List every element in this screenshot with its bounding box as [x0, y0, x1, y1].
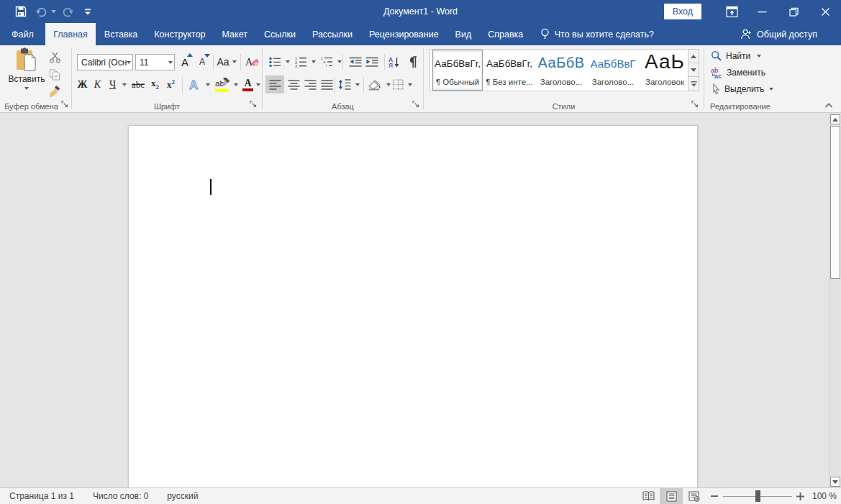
- bold-button[interactable]: Ж: [75, 75, 90, 93]
- scroll-down-button[interactable]: [830, 477, 840, 487]
- clipboard-dialog-launcher[interactable]: [61, 100, 71, 110]
- tab-design[interactable]: Конструктор: [146, 23, 214, 45]
- zoom-slider[interactable]: [723, 488, 792, 504]
- svg-text:3: 3: [295, 64, 297, 68]
- show-marks-button[interactable]: [404, 52, 420, 71]
- align-center-button[interactable]: [285, 75, 302, 93]
- redo-icon[interactable]: [57, 0, 78, 23]
- tab-mailings[interactable]: Рассылки: [304, 23, 360, 45]
- font-color-dropdown[interactable]: [255, 75, 262, 93]
- styles-more-button[interactable]: [688, 76, 699, 91]
- svg-text:i: i: [326, 63, 327, 68]
- align-left-button[interactable]: [265, 75, 284, 93]
- vertical-scrollbar[interactable]: [829, 114, 840, 487]
- align-left-icon: [269, 80, 281, 90]
- qat-customize-icon[interactable]: [78, 0, 97, 23]
- replace-button[interactable]: abac Заменить: [711, 67, 765, 78]
- style-card-3[interactable]: АаБбВвГЗаголово...: [588, 50, 638, 91]
- tab-help[interactable]: Справка: [480, 23, 532, 45]
- sort-icon: АЯ: [388, 56, 400, 68]
- sort-button[interactable]: АЯ: [386, 52, 402, 71]
- undo-dropdown-arrow[interactable]: [50, 0, 57, 23]
- language-indicator[interactable]: русский: [158, 491, 207, 501]
- tab-layout[interactable]: Макет: [214, 23, 255, 45]
- text-effects-button[interactable]: A: [185, 75, 204, 93]
- tab-view[interactable]: Вид: [447, 23, 480, 45]
- style-card-0[interactable]: АаБбВвГг,¶ Обычный: [432, 50, 483, 91]
- paragraph-dialog-launcher[interactable]: [412, 100, 422, 110]
- shading-button[interactable]: [365, 75, 384, 93]
- strikethrough-button[interactable]: abc: [129, 75, 147, 93]
- multilevel-list-button[interactable]: 1ai: [317, 52, 336, 71]
- zoom-level[interactable]: 100 %: [808, 491, 841, 501]
- find-button[interactable]: Найти: [711, 50, 761, 62]
- styles-scroll-up[interactable]: [688, 49, 699, 63]
- document-page[interactable]: [128, 125, 698, 487]
- undo-icon[interactable]: [32, 0, 50, 23]
- clear-formatting-button[interactable]: A: [243, 52, 260, 71]
- collapse-ribbon-button[interactable]: [824, 101, 835, 109]
- zoom-in-button[interactable]: [792, 488, 808, 504]
- zoom-out-button[interactable]: [706, 488, 723, 504]
- tab-review[interactable]: Рецензирование: [361, 23, 447, 45]
- copy-button[interactable]: [46, 66, 63, 83]
- cut-button[interactable]: [46, 49, 63, 66]
- font-dialog-launcher[interactable]: [250, 100, 260, 110]
- paste-button[interactable]: Вставить: [6, 47, 47, 99]
- document-area[interactable]: [0, 113, 841, 487]
- text-effects-dropdown[interactable]: [204, 75, 212, 93]
- shrink-font-button[interactable]: А: [194, 52, 210, 71]
- styles-scroll-down[interactable]: [688, 63, 699, 77]
- borders-dropdown[interactable]: [406, 75, 414, 93]
- style-name: ¶ Без инте...: [486, 78, 532, 86]
- page-indicator[interactable]: Страница 1 из 1: [0, 491, 83, 501]
- style-card-4[interactable]: АаЬЗаголовок: [640, 50, 690, 91]
- highlight-dropdown[interactable]: [232, 75, 240, 93]
- line-spacing-button[interactable]: [335, 75, 354, 93]
- zoom-slider-thumb[interactable]: [755, 490, 760, 502]
- change-case-button[interactable]: Aa: [215, 52, 238, 71]
- select-button[interactable]: Выделить: [711, 83, 773, 95]
- font-name-combobox[interactable]: Calibri (Осн: [77, 54, 133, 70]
- highlight-button[interactable]: ab: [213, 75, 232, 93]
- tab-home[interactable]: Главная: [45, 23, 96, 45]
- increase-indent-button[interactable]: [363, 52, 381, 71]
- tell-me-box[interactable]: Что вы хотите сделать?: [532, 23, 663, 45]
- font-size-combobox[interactable]: 11: [135, 54, 175, 70]
- italic-button[interactable]: К: [91, 75, 104, 93]
- numbering-button[interactable]: 123: [291, 52, 310, 71]
- align-right-button[interactable]: [301, 75, 319, 93]
- format-painter-button[interactable]: [46, 83, 63, 100]
- superscript-button[interactable]: x2: [163, 75, 178, 93]
- underline-button[interactable]: Ч: [105, 75, 120, 93]
- save-icon[interactable]: [10, 0, 32, 23]
- print-layout-button[interactable]: [660, 488, 683, 504]
- word-count[interactable]: Число слов: 0: [83, 491, 158, 501]
- scroll-up-button[interactable]: [830, 114, 840, 124]
- borders-button[interactable]: [389, 75, 406, 93]
- justify-button[interactable]: [318, 75, 335, 93]
- minimize-button[interactable]: [746, 0, 778, 23]
- ribbon-display-options-icon[interactable]: [717, 0, 746, 23]
- restore-button[interactable]: [778, 0, 809, 23]
- web-layout-button[interactable]: [683, 488, 706, 504]
- style-card-2[interactable]: АаБбВЗаголово...: [536, 50, 586, 91]
- grow-font-button[interactable]: А: [177, 52, 193, 71]
- tab-file[interactable]: Файл: [0, 23, 45, 45]
- tab-references[interactable]: Ссылки: [255, 23, 304, 45]
- subscript-button[interactable]: x2: [147, 75, 163, 93]
- tab-insert[interactable]: Вставка: [96, 23, 145, 45]
- scrollbar-thumb[interactable]: [830, 126, 840, 279]
- line-spacing-dropdown[interactable]: [353, 75, 362, 93]
- share-button[interactable]: Общий доступ: [740, 23, 841, 45]
- close-button[interactable]: [809, 0, 841, 23]
- bullets-button[interactable]: [265, 52, 284, 71]
- styles-dialog-launcher[interactable]: [691, 100, 701, 110]
- font-color-button[interactable]: A: [240, 75, 255, 93]
- underline-dropdown[interactable]: [120, 75, 129, 93]
- read-mode-button[interactable]: [637, 488, 660, 504]
- style-card-1[interactable]: АаБбВвГг,¶ Без инте...: [484, 50, 535, 91]
- sign-in-button[interactable]: Вход: [664, 4, 701, 19]
- superscript-icon: x2: [167, 79, 175, 89]
- line-spacing-icon: [338, 79, 351, 90]
